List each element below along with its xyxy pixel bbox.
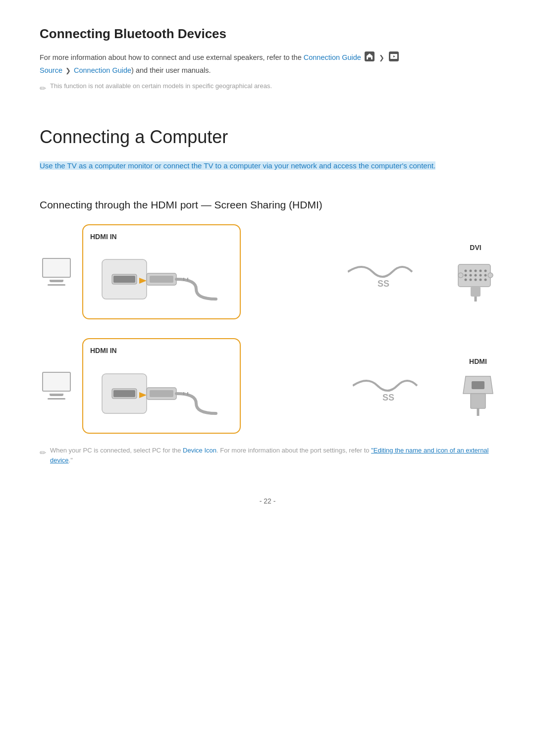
tv-base-2 xyxy=(48,398,65,400)
svg-point-13 xyxy=(465,270,467,272)
svg-rect-34 xyxy=(113,390,135,397)
bluetooth-intro-prefix: For more information about how to connec… xyxy=(40,53,304,61)
diagram-row-1: HDMI IN xyxy=(40,224,495,319)
svg-point-16 xyxy=(480,270,482,272)
svg-rect-37 xyxy=(150,390,173,397)
computer-intro: Use the TV as a computer monitor or conn… xyxy=(40,160,495,172)
svg-point-23 xyxy=(465,279,467,281)
hdmi-in-label-1: HDMI IN xyxy=(90,231,233,242)
source-link[interactable]: Source xyxy=(40,66,62,74)
tv-screen-2 xyxy=(42,372,71,392)
home-icon-wrap xyxy=(365,51,374,65)
breadcrumb-arrow-1: ❯ xyxy=(379,53,384,63)
computer-title: Connecting a Computer xyxy=(40,123,495,151)
svg-point-22 xyxy=(484,274,487,277)
hdmi-connector-right-svg xyxy=(461,371,495,416)
svg-point-17 xyxy=(484,270,487,272)
bluetooth-title: Connecting Bluetooth Devices xyxy=(40,24,495,45)
dvi-connector: DVI xyxy=(456,242,495,302)
bluetooth-section: Connecting Bluetooth Devices For more in… xyxy=(40,24,495,95)
svg-rect-42 xyxy=(471,394,485,408)
tv-monitor-1 xyxy=(40,258,73,286)
svg-point-26 xyxy=(480,279,482,281)
dvi-connector-svg xyxy=(456,257,495,302)
svg-point-29 xyxy=(488,273,493,278)
bluetooth-intro-text: For more information about how to connec… xyxy=(40,51,495,76)
hdmi-note-middle: . For more information about the port se… xyxy=(216,447,371,454)
svg-point-28 xyxy=(458,273,463,278)
cable-area-1: SS xyxy=(250,232,447,311)
svg-point-21 xyxy=(480,274,482,277)
cable-area-2: SS xyxy=(250,346,452,425)
page-content: Connecting Bluetooth Devices For more in… xyxy=(0,0,535,537)
connection-guide-link-2[interactable]: Connection Guide xyxy=(74,66,131,74)
tv-stand-1 xyxy=(50,280,63,282)
hdmi-note-prefix: When your PC is connected, select PC for… xyxy=(50,447,183,454)
page-number: - 22 - xyxy=(40,496,495,506)
breadcrumb-arrow-2: ❯ xyxy=(65,66,71,76)
hdmi-port-visual-1 xyxy=(90,247,233,311)
dvi-label: DVI xyxy=(470,242,481,253)
diagram-row-2: HDMI IN xyxy=(40,338,495,433)
hdmi-note-text: When your PC is connected, select PC for… xyxy=(50,446,495,466)
tv-monitor-2 xyxy=(40,372,73,400)
cable-svg-1: SS xyxy=(348,242,447,302)
pencil-icon-2: ✏ xyxy=(40,447,46,459)
tv-base-1 xyxy=(48,284,65,286)
svg-rect-5 xyxy=(113,276,135,283)
svg-rect-30 xyxy=(471,287,481,297)
hdmi-port-visual-2 xyxy=(90,361,233,426)
hdmi-bottom-note: ✏ When your PC is connected, select PC f… xyxy=(40,446,495,466)
bluetooth-note-row: ✏ This function is not available on cert… xyxy=(40,81,495,95)
svg-point-20 xyxy=(475,274,477,277)
tv-stand-2 xyxy=(50,394,63,396)
hdmi-right-label: HDMI xyxy=(469,356,487,367)
tv-screen-1 xyxy=(42,258,71,278)
cable-svg-2: SS xyxy=(353,356,452,415)
svg-text:SS: SS xyxy=(377,279,389,289)
svg-point-18 xyxy=(465,274,467,277)
bluetooth-note: This function is not available on certai… xyxy=(50,81,272,92)
svg-point-19 xyxy=(470,274,472,277)
svg-point-27 xyxy=(484,279,487,281)
hdmi-connector-svg-1 xyxy=(97,250,226,309)
home-icon xyxy=(365,51,374,61)
hdmi-in-box-2: HDMI IN xyxy=(82,338,241,433)
hdmi-section: Connecting through the HDMI port — Scree… xyxy=(40,197,495,466)
computer-section: Connecting a Computer Use the TV as a co… xyxy=(40,123,495,172)
svg-point-15 xyxy=(475,270,477,272)
svg-rect-8 xyxy=(150,276,173,283)
svg-point-24 xyxy=(470,279,472,281)
svg-rect-43 xyxy=(472,381,484,389)
hdmi-title: Connecting through the HDMI port — Scree… xyxy=(40,197,495,213)
source-icon xyxy=(389,51,399,61)
diagrams-container: HDMI IN xyxy=(40,224,495,434)
device-icon-link[interactable]: Device Icon xyxy=(183,447,216,454)
pencil-icon-1: ✏ xyxy=(40,82,46,95)
hdmi-in-box-1: HDMI IN xyxy=(82,224,241,319)
hdmi-right-connector: HDMI xyxy=(461,356,495,415)
svg-point-14 xyxy=(470,270,472,272)
source-icon-wrap xyxy=(389,51,399,65)
hdmi-in-label-2: HDMI IN xyxy=(90,345,233,356)
computer-intro-text: Use the TV as a computer monitor or conn… xyxy=(40,161,435,170)
svg-text:SS: SS xyxy=(382,393,394,403)
hdmi-note-end: ." xyxy=(69,456,73,464)
hdmi-connector-svg-2 xyxy=(97,364,226,423)
bluetooth-intro-end: ) and their user manuals. xyxy=(131,66,211,74)
connection-guide-link-1[interactable]: Connection Guide xyxy=(304,53,361,61)
svg-point-25 xyxy=(475,279,477,281)
